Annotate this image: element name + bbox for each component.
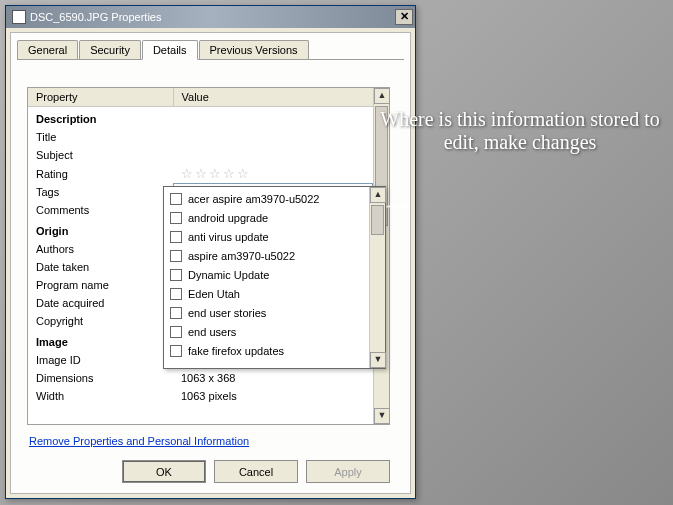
close-button[interactable]: ✕: [395, 9, 413, 25]
row-imageid-label: Image ID: [28, 351, 173, 369]
row-subject-label: Subject: [28, 146, 173, 164]
row-subject-value[interactable]: [173, 146, 373, 164]
row-datetaken-label: Date taken: [28, 258, 173, 276]
dropdown-item-label: anti virus update: [188, 231, 269, 243]
dropdown-item[interactable]: android upgrade: [164, 208, 369, 227]
checkbox-icon[interactable]: [170, 288, 182, 300]
tab-separator: [17, 59, 404, 60]
tab-previous-versions[interactable]: Previous Versions: [199, 40, 309, 59]
row-dimensions-value[interactable]: 1063 x 368: [173, 369, 373, 387]
tab-general[interactable]: General: [17, 40, 78, 59]
group-description: Description: [28, 107, 373, 129]
file-icon: [12, 10, 26, 24]
dropdown-item[interactable]: end users: [164, 322, 369, 341]
checkbox-icon[interactable]: [170, 193, 182, 205]
dropdown-item-label: Eden Utah: [188, 288, 240, 300]
checkbox-icon[interactable]: [170, 212, 182, 224]
row-rating-label: Rating: [28, 164, 173, 183]
scroll-track[interactable]: [370, 203, 385, 352]
remove-properties-link[interactable]: Remove Properties and Personal Informati…: [29, 435, 249, 447]
tags-autocomplete-dropdown: acer aspire am3970-u5022 android upgrade…: [163, 186, 386, 369]
dropdown-item-label: end user stories: [188, 307, 266, 319]
dropdown-item[interactable]: Dynamic Update: [164, 265, 369, 284]
dropdown-item-label: android upgrade: [188, 212, 268, 224]
row-comments-label: Comments: [28, 201, 173, 219]
apply-button[interactable]: Apply: [306, 460, 390, 483]
annotation-text: Where is this information stored to edit…: [380, 108, 660, 154]
dropdown-item-label: end users: [188, 326, 236, 338]
row-tags-label: Tags: [28, 183, 173, 201]
checkbox-icon[interactable]: [170, 307, 182, 319]
scroll-down-button[interactable]: ▼: [374, 408, 390, 424]
scroll-thumb[interactable]: [371, 205, 384, 235]
col-value[interactable]: Value: [173, 88, 373, 107]
row-title-value[interactable]: [173, 128, 373, 146]
dropdown-item[interactable]: anti virus update: [164, 227, 369, 246]
dropdown-list: acer aspire am3970-u5022 android upgrade…: [164, 187, 369, 368]
window-title: DSC_6590.JPG Properties: [30, 11, 395, 23]
scroll-up-button[interactable]: ▲: [374, 88, 390, 104]
row-title-label: Title: [28, 128, 173, 146]
scroll-up-button[interactable]: ▲: [370, 187, 386, 203]
dropdown-item[interactable]: aspire am3970-u5022: [164, 246, 369, 265]
checkbox-icon[interactable]: [170, 231, 182, 243]
tab-details[interactable]: Details: [142, 40, 198, 60]
dropdown-item[interactable]: Eden Utah: [164, 284, 369, 303]
ok-button[interactable]: OK: [122, 460, 206, 483]
dropdown-scrollbar[interactable]: ▲ ▼: [369, 187, 385, 368]
row-rating-value[interactable]: ☆☆☆☆☆: [173, 164, 373, 183]
dropdown-item[interactable]: end user stories: [164, 303, 369, 322]
row-dateacq-label: Date acquired: [28, 294, 173, 312]
dropdown-item[interactable]: acer aspire am3970-u5022: [164, 189, 369, 208]
checkbox-icon[interactable]: [170, 250, 182, 262]
row-authors-label: Authors: [28, 240, 173, 258]
row-dimensions-label: Dimensions: [28, 369, 173, 387]
row-width-value[interactable]: 1063 pixels: [173, 387, 373, 405]
row-program-label: Program name: [28, 276, 173, 294]
dropdown-item-label: acer aspire am3970-u5022: [188, 193, 319, 205]
tab-security[interactable]: Security: [79, 40, 141, 59]
dropdown-item-label: aspire am3970-u5022: [188, 250, 295, 262]
cancel-button[interactable]: Cancel: [214, 460, 298, 483]
scroll-down-button[interactable]: ▼: [370, 352, 386, 368]
tabstrip: General Security Details Previous Versio…: [11, 33, 410, 59]
checkbox-icon[interactable]: [170, 345, 182, 357]
col-property[interactable]: Property: [28, 88, 173, 107]
checkbox-icon[interactable]: [170, 326, 182, 338]
row-width-label: Width: [28, 387, 173, 405]
dropdown-item-label: Dynamic Update: [188, 269, 269, 281]
button-row: OK Cancel Apply: [122, 460, 390, 483]
dropdown-item[interactable]: fake firefox updates: [164, 341, 369, 360]
titlebar[interactable]: DSC_6590.JPG Properties ✕: [6, 6, 415, 28]
checkbox-icon[interactable]: [170, 269, 182, 281]
row-copyright-label: Copyright: [28, 312, 173, 330]
dropdown-item-label: fake firefox updates: [188, 345, 284, 357]
